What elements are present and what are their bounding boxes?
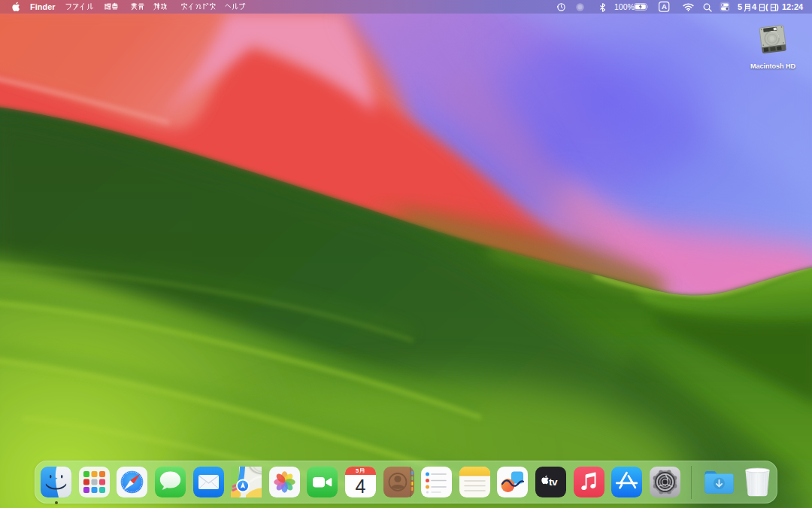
svg-text:tv: tv	[549, 476, 558, 488]
svg-text:5: 5	[356, 467, 359, 474]
svg-text:4: 4	[355, 476, 365, 497]
svg-text:A: A	[662, 2, 667, 11]
